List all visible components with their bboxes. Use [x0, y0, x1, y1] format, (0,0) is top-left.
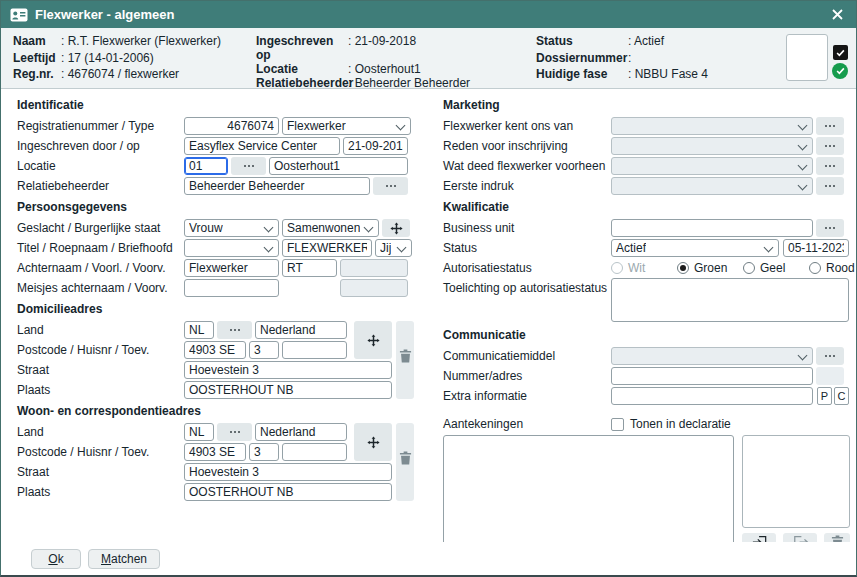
locatie-code-input[interactable]	[184, 157, 228, 175]
domicilie-land-lookup-button[interactable]	[217, 321, 252, 339]
aantekeningen-label: Aantekeningen	[443, 417, 611, 431]
domicilie-toevoeging-input[interactable]	[282, 341, 347, 359]
registratienummer-input[interactable]	[184, 117, 279, 135]
woon-land-naam-input[interactable]	[255, 423, 347, 441]
woon-plaats-input[interactable]	[184, 483, 392, 501]
woon-land-code-input[interactable]	[184, 423, 214, 441]
regnr-label: Reg.nr.	[13, 67, 61, 81]
business-unit-input[interactable]	[611, 219, 813, 237]
window-title: Flexwerker - algemeen	[35, 7, 174, 22]
eerste-indruk-select[interactable]	[611, 177, 813, 195]
communicatiemiddel-lookup-button[interactable]	[816, 347, 844, 365]
locatie-value: Oosterhout1	[348, 62, 421, 76]
nummer-adres-input[interactable]	[611, 367, 813, 385]
woon-land-lookup-button[interactable]	[217, 423, 252, 441]
communicatiemiddel-label: Communicatiemiddel	[443, 349, 611, 363]
export-note-button[interactable]	[783, 533, 817, 542]
titel-select[interactable]	[184, 239, 279, 257]
huidige-fase-label: Huidige fase	[536, 67, 628, 81]
autorisatiestatus-radio-option[interactable]: Groen	[677, 261, 743, 275]
ellipsis-icon	[234, 329, 236, 331]
locatie-naam-input[interactable]	[269, 157, 408, 175]
domicilie-land-naam-input[interactable]	[255, 321, 347, 339]
wat-deed-flexwerker-voorheen-select[interactable]	[611, 157, 813, 175]
toelichting-row: Toelichting op autorisatiestatus	[443, 278, 855, 324]
flexwerker-kent-ons-van-lookup-button[interactable]	[816, 117, 844, 135]
flexwerker-kent-ons-van-select[interactable]	[611, 117, 813, 135]
type-select[interactable]: Flexwerker	[282, 117, 411, 135]
geslacht-row: Geslacht / Burgerlijke staat Vrouw Samen…	[17, 218, 429, 238]
import-note-button[interactable]	[742, 533, 776, 542]
section-title-kwalificatie: Kwalificatie	[443, 200, 855, 215]
delete-note-button[interactable]	[824, 533, 850, 542]
domicilie-move-button[interactable]	[354, 321, 392, 359]
black-check-icon	[833, 45, 848, 60]
wat-deed-flexwerker-voorheen-lookup-button[interactable]	[816, 157, 844, 175]
aantekeningen-textarea[interactable]	[443, 435, 734, 542]
nummer-adres-label: Nummer/adres	[443, 369, 611, 383]
reden-voor-inschrijving-lookup-button[interactable]	[816, 137, 844, 155]
briefhoofd-select[interactable]: Jij	[375, 239, 412, 257]
ingeschreven-op-value: 21-09-2018	[348, 34, 416, 62]
autorisatiestatus-radio-option[interactable]: Wit	[611, 261, 677, 275]
geslacht-select[interactable]: Vrouw	[184, 219, 279, 237]
chevron-down-icon	[764, 243, 774, 253]
domicilie-plaats-input[interactable]	[184, 381, 392, 399]
status-datum-input[interactable]	[783, 239, 849, 257]
dossiernummer-value	[628, 51, 631, 65]
c-button[interactable]: C	[834, 387, 849, 405]
matchen-button[interactable]: Matchen	[88, 549, 160, 569]
domicilie-huisnr-input[interactable]	[249, 341, 279, 359]
domicilie-delete-button[interactable]	[396, 321, 414, 399]
locatie-lookup-button[interactable]	[231, 157, 266, 175]
nummer-adres-action-button	[816, 367, 844, 385]
woon-delete-button[interactable]	[396, 423, 414, 501]
status-select[interactable]: Actief	[611, 239, 779, 257]
business-unit-lookup-button[interactable]	[816, 219, 844, 237]
aantekeningen-area	[443, 435, 855, 542]
voorvoegsel-input	[340, 259, 408, 277]
trash-icon	[399, 349, 412, 363]
eerste-indruk-row: Eerste indruk	[443, 176, 855, 196]
woon-straat-input[interactable]	[184, 463, 392, 481]
domicilie-land-code-input[interactable]	[184, 321, 214, 339]
voorletters-input[interactable]	[282, 259, 337, 277]
right-column: Marketing Flexwerker kent ons van Reden …	[443, 94, 855, 542]
ok-button[interactable]: Ok	[31, 549, 81, 569]
kent-ons-van-label: Flexwerker kent ons van	[443, 119, 611, 133]
burgerlijke-staat-select[interactable]: Samenwonend	[282, 219, 379, 237]
woon-postcode-input[interactable]	[184, 443, 246, 461]
roepnaam-input[interactable]	[282, 239, 372, 257]
ingeschreven-op-input[interactable]	[343, 137, 408, 155]
aantekeningen-list-box[interactable]	[742, 435, 850, 528]
autorisatiestatus-radio-option[interactable]: Geel	[743, 261, 809, 275]
close-button[interactable]	[828, 6, 846, 24]
toelichting-textarea[interactable]	[611, 278, 849, 322]
woon-move-button[interactable]	[354, 423, 392, 461]
relatiebeheerder-lookup-button[interactable]	[373, 177, 408, 195]
achternaam-input[interactable]	[184, 259, 279, 277]
woon-huisnr-input[interactable]	[249, 443, 279, 461]
reden-voor-inschrijving-select[interactable]	[611, 137, 813, 155]
toelichting-label: Toelichting op autorisatiestatus	[443, 278, 611, 295]
extra-informatie-input[interactable]	[611, 387, 813, 405]
persoonsgegevens-move-button[interactable]	[382, 219, 410, 237]
form-body: Identificatie Registratienummer / Type F…	[1, 89, 856, 542]
left-column: Identificatie Registratienummer / Type F…	[17, 94, 429, 542]
tonen-in-declaratie-checkbox[interactable]	[611, 418, 624, 431]
domicilie-straat-input[interactable]	[184, 361, 392, 379]
p-button[interactable]: P	[817, 387, 832, 405]
meisjes-achternaam-input[interactable]	[184, 279, 279, 297]
domicilie-postcode-input[interactable]	[184, 341, 246, 359]
briefhoofd-select-value: Jij	[380, 241, 391, 255]
communicatiemiddel-select[interactable]	[611, 347, 813, 365]
header-col-3: StatusActief Dossiernummer Huidige faseN…	[536, 34, 786, 81]
relatiebeheerder-input[interactable]	[184, 177, 370, 195]
woon-toevoeging-input[interactable]	[282, 443, 347, 461]
eerste-indruk-lookup-button[interactable]	[816, 177, 844, 195]
status-row: Status Actief	[443, 238, 855, 258]
nummer-adres-row: Nummer/adres	[443, 366, 855, 386]
naam-value: R.T. Flexwerker (Flexwerker)	[61, 34, 221, 48]
ingeschreven-door-input[interactable]	[184, 137, 340, 155]
autorisatiestatus-radio-option[interactable]: Rood	[809, 261, 855, 275]
